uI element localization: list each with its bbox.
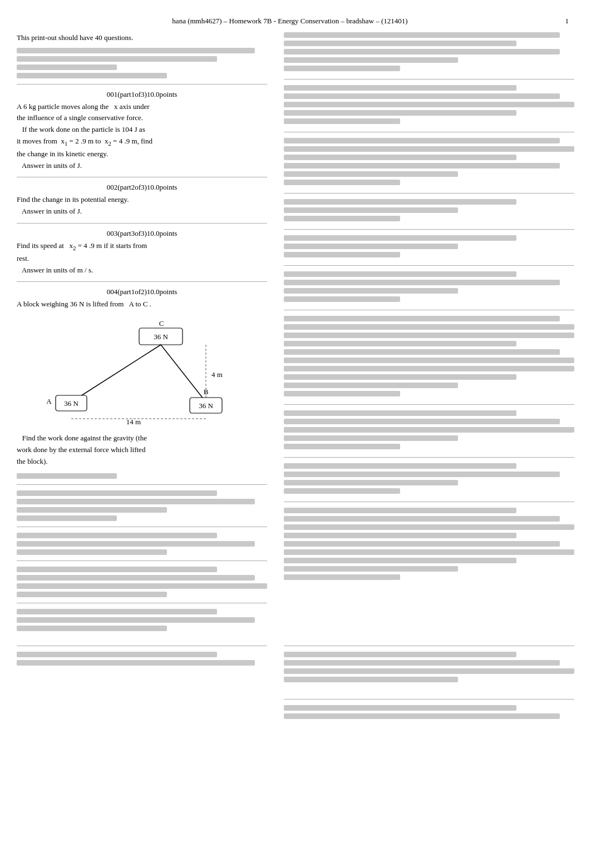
diagram-004: C 36 N 4 m A xyxy=(17,316,267,427)
right-blurred-block-8 xyxy=(284,410,574,449)
question-003-body: Find its speed at x2 = 4 .9 m if it star… xyxy=(17,240,267,276)
bottom-area xyxy=(0,634,591,722)
question-003-header: 003(part3of3)10.0points xyxy=(17,229,267,238)
divider xyxy=(17,281,267,282)
question-001-body: A 6 kg particle moves along the x axis u… xyxy=(17,101,267,172)
right-blurred-block-4 xyxy=(284,199,574,221)
blurred-line xyxy=(17,65,117,70)
header-title: hana (mmh4627) – Homework 7B - Energy Co… xyxy=(22,17,558,26)
question-002-body: Find the change in its potential energy.… xyxy=(17,194,267,217)
question-004-body-intro: A block weighing 36 N is lifted from A t… xyxy=(17,299,267,310)
question-001: 001(part1of3)10.0points A 6 kg particle … xyxy=(17,90,267,172)
right-blurred-block-5 xyxy=(284,235,574,257)
divider xyxy=(17,84,267,85)
bottom-right xyxy=(278,640,574,722)
diagram-svg: C 36 N 4 m A xyxy=(39,316,245,427)
intro-text: This print-out should have 40 questions. xyxy=(17,32,267,43)
main-content: This print-out should have 40 questions.… xyxy=(0,32,591,634)
right-blurred-block-10 xyxy=(284,508,574,580)
blurred-bottom-left xyxy=(17,473,267,631)
divider xyxy=(17,223,267,224)
right-blurred-block-3 xyxy=(284,138,574,185)
line-cb xyxy=(161,345,206,402)
blurred-line xyxy=(17,56,217,62)
weight-a: 36 N xyxy=(64,399,78,408)
blurred-line xyxy=(17,73,167,78)
question-002-header: 002(part2of3)10.0points xyxy=(17,183,267,192)
question-004-body-after: Find the work done against the gravity (… xyxy=(17,433,267,467)
question-004: 004(part1of2)10.0points A block weighing… xyxy=(17,287,267,467)
divider xyxy=(17,603,267,603)
page: hana (mmh4627) – Homework 7B - Energy Co… xyxy=(0,0,591,868)
label-b: B xyxy=(204,388,209,396)
right-blurred-block-1 xyxy=(284,32,574,71)
label-c: C xyxy=(159,319,164,328)
blurred-intro xyxy=(17,48,267,78)
right-column xyxy=(278,32,574,634)
divider xyxy=(17,561,267,561)
question-004-header: 004(part1of2)10.0points xyxy=(17,287,267,296)
page-header: hana (mmh4627) – Homework 7B - Energy Co… xyxy=(0,17,591,26)
label-a: A xyxy=(46,397,52,405)
question-003: 003(part3of3)10.0points Find its speed a… xyxy=(17,229,267,276)
divider xyxy=(17,484,267,485)
question-002: 002(part2of3)10.0points Find the change … xyxy=(17,183,267,217)
line-ac xyxy=(71,345,161,402)
header-title-text: hana (mmh4627) – Homework 7B - Energy Co… xyxy=(172,17,407,25)
right-blurred-block-2 xyxy=(284,85,574,124)
height-label: 4 m xyxy=(211,370,223,379)
divider xyxy=(17,177,267,177)
weight-b: 36 N xyxy=(199,401,213,410)
weight-c: 36 N xyxy=(154,333,168,341)
divider xyxy=(17,527,267,527)
bottom-left xyxy=(17,640,278,722)
question-001-header: 001(part1of3)10.0points xyxy=(17,90,267,99)
right-blurred-block-7 xyxy=(284,316,574,396)
blurred-line xyxy=(17,48,255,53)
left-column: This print-out should have 40 questions.… xyxy=(17,32,278,634)
right-blurred-block-6 xyxy=(284,271,574,302)
right-blurred-block-9 xyxy=(284,463,574,494)
page-number: 1 xyxy=(558,17,569,26)
